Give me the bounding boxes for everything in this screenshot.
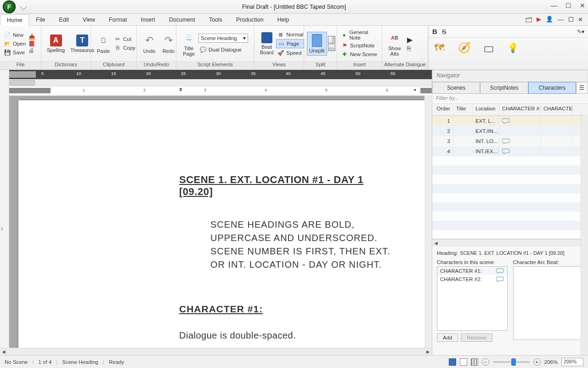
remove-button[interactable]: Remove (461, 334, 492, 342)
paste-button[interactable]: 📋Paste (94, 33, 113, 55)
scene-heading-text[interactable]: SCENE 1. EXT. LOCATION #1 - DAY 1 [09.20… (179, 174, 400, 198)
pdf-icon[interactable]: 📕 (28, 40, 35, 47)
user-icon[interactable]: 👤 (546, 16, 553, 23)
nav-options-icon[interactable]: ☰ (576, 82, 588, 94)
print-icon[interactable]: 🖨 (28, 47, 35, 54)
qat-dropdown-icon[interactable] (20, 3, 27, 10)
tab-view[interactable]: View (76, 14, 102, 25)
table-row[interactable]: 3INT. LO... (432, 136, 588, 146)
tab-tools[interactable]: Tools (202, 14, 229, 25)
group-clipboard-label: Clipboard (91, 61, 136, 69)
spelling-button[interactable]: ASpelling (44, 34, 68, 54)
maximize-button[interactable]: ☐ (565, 2, 571, 9)
table-row[interactable]: 4INT./EX... (432, 146, 588, 156)
col-title[interactable]: Title (453, 104, 473, 115)
indent-marker-icon[interactable]: ⧗ (179, 87, 182, 92)
highlight-icon[interactable]: ✎▾ (577, 29, 584, 35)
view-speed-button[interactable]: 🚀Speed (276, 49, 304, 57)
play-icon[interactable]: ▶ (537, 16, 541, 23)
col-order[interactable]: Order (432, 104, 453, 115)
list-item[interactable]: CHARACTER #2: (437, 275, 507, 283)
bold-button[interactable]: B (432, 28, 437, 35)
right-indent-marker-icon[interactable]: ◂ (413, 87, 416, 92)
general-note-button[interactable]: ●General Note (340, 29, 379, 41)
character-cue[interactable]: CHARACTER #1: (179, 304, 400, 315)
unsplit-button[interactable]: Unsplit (307, 32, 327, 56)
next-alt-icon[interactable]: ▶ (407, 35, 413, 44)
navigator-scrollbar[interactable] (581, 114, 588, 355)
mdi-close-button[interactable]: ✕ (578, 16, 584, 23)
arc-beat-textbox[interactable] (513, 266, 584, 340)
col-character1[interactable]: CHARACTER #1: (499, 104, 541, 115)
col-character2[interactable]: CHARACTE (541, 104, 573, 115)
window-title: Final Draft - [Untitled BBC Taped Sitcom… (242, 4, 346, 10)
view-normal-button[interactable]: ≣Normal (276, 30, 304, 39)
arc-beat-label: Character Arc Beat: (513, 259, 584, 265)
mdi-minimize-button[interactable]: — (558, 16, 564, 23)
table-row[interactable]: 1EXT. L... (432, 116, 588, 126)
bulb-icon[interactable]: 💡 (507, 42, 519, 53)
export-icon[interactable]: 📤 (28, 34, 35, 40)
zoom-input[interactable]: 206% (561, 358, 583, 366)
redo-button[interactable]: ↷Redo (159, 33, 178, 55)
copy-button[interactable]: ⎘Copy (113, 44, 136, 52)
compass-icon[interactable]: 🧭 (458, 42, 470, 54)
list-item[interactable]: CHARACTER #1: (437, 267, 507, 275)
view-page-button[interactable]: ▭Page (276, 39, 304, 48)
tab-production[interactable]: Production (229, 14, 271, 25)
cut-button[interactable]: ✂Cut (113, 35, 136, 43)
script-page[interactable]: SCENE 1. EXT. LOCATION #1 - DAY 1 [09.20… (18, 100, 427, 348)
element-type-combo[interactable]: Scene Heading▾ (198, 34, 248, 43)
tab-document[interactable]: Document (162, 14, 202, 25)
nav-tab-scriptnotes[interactable]: ScriptNotes (480, 82, 528, 94)
close-button[interactable]: ✕ (580, 2, 585, 9)
clapper-small-icon[interactable] (484, 43, 493, 52)
page-background[interactable]: SCENE 1. EXT. LOCATION #1 - DAY 1 [09.20… (9, 96, 432, 348)
layout-page-icon[interactable] (460, 358, 467, 366)
group-altdialogue-label: Alternate Dialogue (382, 61, 428, 69)
characters-listbox[interactable]: CHARACTER #1:CHARACTER #2: (437, 266, 508, 331)
action-text[interactable]: SCENE HEADINGS ARE BOLD, UPPERCASE AND U… (210, 218, 400, 271)
zoom-out-button[interactable]: − (482, 358, 489, 366)
tab-insert[interactable]: Insert (134, 14, 162, 25)
doc-horizontal-scrollbar[interactable]: ◀▶ (0, 348, 432, 355)
title-page-button[interactable]: 📃Title Page (179, 30, 198, 58)
nav-tab-scenes[interactable]: Scenes (432, 82, 480, 94)
add-button[interactable]: Add (437, 334, 458, 342)
filter-input[interactable]: Filter by... (432, 94, 588, 104)
new-button[interactable]: 📄New (3, 31, 27, 39)
split-horizontal-icon[interactable] (328, 44, 335, 51)
grid-horizontal-scrollbar[interactable]: ◀▶ (432, 239, 588, 247)
tab-home[interactable]: Home (0, 14, 29, 26)
table-row[interactable]: 2EXT./IN... (432, 126, 588, 136)
layout-normal-icon[interactable] (449, 358, 456, 366)
new-scene-button[interactable]: ✚New Scene (340, 50, 379, 58)
horizontal-ruler: 1 2 3 ⧗ 4 5 6 ◂ (9, 86, 432, 96)
open-button[interactable]: 📂Open (3, 40, 27, 48)
show-alts-button[interactable]: ABShow Alts (385, 30, 404, 58)
nav-tab-characters[interactable]: Characters (528, 82, 576, 94)
split-vertical-icon[interactable] (328, 36, 335, 43)
doc-vertical-scrollbar[interactable] (424, 96, 432, 348)
col-location[interactable]: Location (473, 104, 499, 115)
tab-help[interactable]: Help (271, 14, 296, 25)
tab-edit[interactable]: Edit (52, 14, 76, 25)
save-button[interactable]: 💾Save (3, 48, 27, 57)
clapper-icon[interactable] (526, 16, 532, 23)
undo-button[interactable]: ↶Undo (140, 33, 159, 55)
outline-scrollbar[interactable] (9, 79, 432, 86)
beat-board-button[interactable]: Beat Board (257, 31, 276, 56)
zoom-slider[interactable] (493, 361, 530, 363)
tab-format[interactable]: Format (102, 14, 134, 25)
mdi-restore-button[interactable] (569, 17, 573, 22)
dialogue-text[interactable]: Dialogue is double-spaced. (179, 330, 400, 341)
layout-grid-icon[interactable] (471, 358, 478, 366)
map-icon[interactable]: 🗺 (434, 42, 444, 54)
dual-dialogue-button[interactable]: 💬Dual Dialogue (198, 46, 248, 54)
zoom-in-button[interactable]: + (533, 358, 541, 366)
scriptnote-button[interactable]: ⚑ScriptNote (340, 41, 379, 50)
strike-button[interactable]: S (442, 28, 447, 35)
copy-alt-icon[interactable]: ⎘ (407, 45, 413, 52)
tab-file[interactable]: File (29, 14, 52, 25)
minimize-button[interactable]: — (551, 2, 557, 9)
